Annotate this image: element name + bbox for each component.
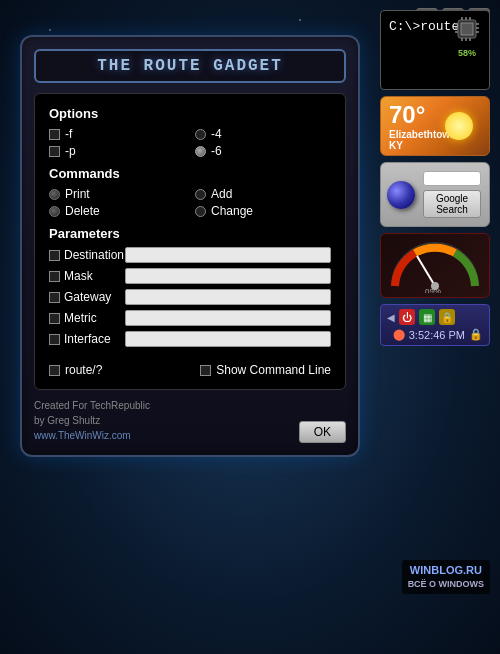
commands-section-title: Commands — [49, 166, 331, 181]
gadget-footer: Created For TechRepublic by Greg Shultz … — [34, 398, 346, 443]
radio-change[interactable] — [195, 206, 206, 217]
radio-6[interactable] — [195, 146, 206, 157]
option-6-label: -6 — [211, 144, 222, 158]
param-row-destination: Destination — [49, 247, 331, 263]
winblog-subtitle: ВСЁ О WINDOWS — [408, 578, 484, 591]
bottom-row: route/? Show Command Line — [49, 357, 331, 377]
ok-button[interactable]: OK — [299, 421, 346, 443]
command-print-label: Print — [65, 187, 90, 201]
show-cmdline-option: Show Command Line — [200, 363, 331, 377]
option-6: -6 — [195, 144, 331, 158]
checkbox-gateway[interactable] — [49, 292, 60, 303]
footer-line1: Created For TechRepublic — [34, 398, 150, 413]
param-row-mask: Mask — [49, 268, 331, 284]
command-add: Add — [195, 187, 331, 201]
route-help-label: route/? — [65, 363, 102, 377]
command-change-label: Change — [211, 204, 253, 218]
route-gadget-panel: THE ROUTE GADGET Options -f -4 -p -6 Com… — [20, 35, 360, 457]
weather-widget: 70° Elizabethtown, KY — [380, 96, 490, 156]
footer-link[interactable]: www.TheWinWiz.com — [34, 430, 131, 441]
tray-icon-power[interactable]: ⏻ — [399, 309, 415, 325]
radio-print[interactable] — [49, 189, 60, 200]
gateway-input[interactable] — [125, 289, 331, 305]
winblog-title: WINBLOG.RU — [408, 563, 484, 578]
tray-expand-left[interactable]: ◀ — [387, 312, 395, 323]
interface-input[interactable] — [125, 331, 331, 347]
weather-icon — [459, 104, 481, 149]
param-row-gateway: Gateway — [49, 289, 331, 305]
system-tray: ◀ ⏻ ▦ 🔒 ⬤ 3:52:46 PM 🔒 — [380, 304, 490, 346]
search-ball-icon — [387, 181, 415, 209]
option-p: -p — [49, 144, 185, 158]
radio-4[interactable] — [195, 129, 206, 140]
checkbox-route-help[interactable] — [49, 365, 60, 376]
command-delete: Delete — [49, 204, 185, 218]
checkbox-p[interactable] — [49, 146, 60, 157]
svg-text:09%: 09% — [425, 287, 441, 293]
tray-lock-icon: 🔒 — [469, 328, 483, 341]
inner-content: Options -f -4 -p -6 Commands — [34, 93, 346, 390]
metric-input[interactable] — [125, 310, 331, 326]
option-f-label: -f — [65, 127, 72, 141]
gateway-label: Gateway — [64, 290, 111, 304]
mask-input[interactable] — [125, 268, 331, 284]
tray-icon-grid[interactable]: ▦ — [419, 309, 435, 325]
destination-input[interactable] — [125, 247, 331, 263]
route-help-option: route/? — [49, 363, 102, 377]
param-row-interface: Interface — [49, 331, 331, 347]
option-p-label: -p — [65, 144, 76, 158]
command-print: Print — [49, 187, 185, 201]
gauge-widget: 09% 58% — [380, 233, 490, 298]
option-f: -f — [49, 127, 185, 141]
winblog-overlay: WINBLOG.RU ВСЁ О WINDOWS — [402, 560, 490, 594]
radio-add[interactable] — [195, 189, 206, 200]
footer-credits: Created For TechRepublic by Greg Shultz … — [34, 398, 150, 443]
option-4: -4 — [195, 127, 331, 141]
tray-power-icon: ⬤ — [393, 328, 405, 341]
checkbox-show-cmdline[interactable] — [200, 365, 211, 376]
command-change: Change — [195, 204, 331, 218]
sun-icon — [445, 112, 473, 140]
mask-label: Mask — [64, 269, 93, 283]
svg-line-0 — [417, 256, 435, 286]
checkbox-f[interactable] — [49, 129, 60, 140]
radio-delete[interactable] — [49, 206, 60, 217]
checkbox-metric[interactable] — [49, 313, 60, 324]
interface-label: Interface — [64, 332, 111, 346]
checkbox-mask[interactable] — [49, 271, 60, 282]
commands-grid: Print Add Delete Change — [49, 187, 331, 218]
show-cmdline-label: Show Command Line — [216, 363, 331, 377]
right-sidebar: C:\>route_ 70° Elizabethtown, KY Google … — [380, 10, 490, 346]
destination-label: Destination — [64, 248, 124, 262]
command-add-label: Add — [211, 187, 232, 201]
gadget-title: THE ROUTE GADGET — [34, 49, 346, 83]
footer-line2: by Greg Shultz — [34, 413, 150, 428]
tray-icons-row: ◀ ⏻ ▦ 🔒 — [387, 309, 483, 325]
options-section-title: Options — [49, 106, 331, 121]
parameters-section-title: Parameters — [49, 226, 331, 241]
gauge-svg: 09% — [385, 238, 485, 293]
option-4-label: -4 — [211, 127, 222, 141]
checkbox-interface[interactable] — [49, 334, 60, 345]
search-widget: Google Search — [380, 162, 490, 227]
tray-icon-lock[interactable]: 🔒 — [439, 309, 455, 325]
checkbox-destination[interactable] — [49, 250, 60, 261]
param-row-metric: Metric — [49, 310, 331, 326]
metric-label: Metric — [64, 311, 97, 325]
options-grid: -f -4 -p -6 — [49, 127, 331, 158]
tray-time-row: ⬤ 3:52:46 PM 🔒 — [387, 328, 483, 341]
command-delete-label: Delete — [65, 204, 100, 218]
tray-time-display: 3:52:46 PM — [409, 329, 465, 341]
google-search-button[interactable]: Google Search — [423, 190, 481, 218]
search-input[interactable] — [423, 171, 481, 186]
